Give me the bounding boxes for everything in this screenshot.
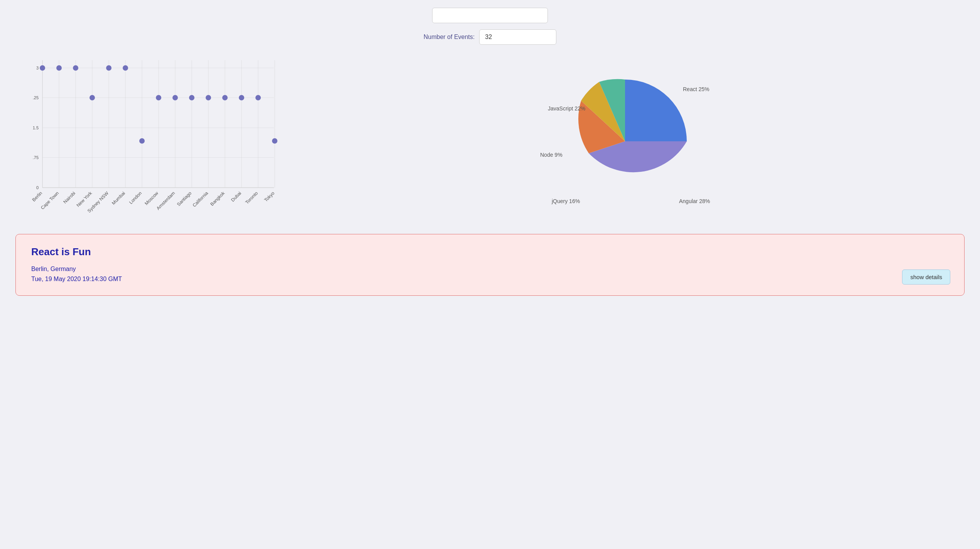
events-row: Number of Events: bbox=[424, 29, 557, 45]
scatter-point bbox=[40, 65, 45, 71]
scatter-point bbox=[90, 95, 95, 100]
svg-text:Moscow: Moscow bbox=[144, 190, 159, 206]
scatter-point bbox=[206, 95, 211, 100]
scatter-point bbox=[239, 95, 244, 100]
svg-text:London: London bbox=[128, 190, 143, 205]
svg-text:Santiago: Santiago bbox=[176, 190, 193, 207]
scatter-point bbox=[189, 95, 194, 100]
svg-text:Berlin: Berlin bbox=[31, 190, 44, 203]
event-title: React is Fun bbox=[31, 246, 949, 258]
scatter-svg: 3 .25 1.5 .75 0 Berlin Cape Town Nairobi… bbox=[15, 53, 278, 219]
svg-text:Mumbai: Mumbai bbox=[111, 190, 126, 206]
pie-svg: React 25% Angular 28% jQuery 16% Node 9%… bbox=[529, 60, 721, 222]
events-label: Number of Events: bbox=[424, 34, 475, 41]
svg-text:0: 0 bbox=[36, 185, 39, 190]
svg-text:Bangkok: Bangkok bbox=[209, 190, 226, 207]
svg-text:.75: .75 bbox=[33, 155, 39, 160]
event-location: Berlin, Germany bbox=[31, 266, 949, 273]
top-controls: See all cities Number of Events: bbox=[0, 0, 980, 49]
pie-label-javascript: JavaScript 22% bbox=[548, 105, 585, 112]
events-number-input[interactable] bbox=[479, 29, 556, 45]
event-card: React is Fun Berlin, Germany Tue, 19 May… bbox=[15, 234, 965, 296]
svg-text:.25: .25 bbox=[33, 95, 39, 100]
pie-label-react: React 25% bbox=[683, 86, 709, 92]
scatter-point bbox=[106, 65, 112, 71]
scatter-point bbox=[172, 95, 178, 100]
svg-text:1.5: 1.5 bbox=[33, 125, 39, 130]
scatter-point bbox=[156, 95, 161, 100]
pie-label-angular: Angular 28% bbox=[679, 198, 710, 204]
show-details-button[interactable]: show details bbox=[902, 269, 950, 285]
charts-section: 3 .25 1.5 .75 0 Berlin Cape Town Nairobi… bbox=[0, 49, 980, 230]
city-search-input[interactable]: See all cities bbox=[432, 8, 548, 23]
pie-label-jquery: jQuery 16% bbox=[551, 198, 580, 204]
scatter-point bbox=[255, 95, 261, 100]
event-date: Tue, 19 May 2020 19:14:30 GMT bbox=[31, 276, 949, 283]
pie-slice-react bbox=[625, 80, 687, 141]
svg-text:Dubai: Dubai bbox=[230, 190, 242, 203]
svg-text:Toronto: Toronto bbox=[244, 190, 259, 205]
svg-text:Nairobi: Nairobi bbox=[62, 190, 76, 205]
svg-text:Cape Town: Cape Town bbox=[40, 190, 60, 210]
scatter-point bbox=[123, 65, 128, 71]
scatter-chart: 3 .25 1.5 .75 0 Berlin Cape Town Nairobi… bbox=[15, 53, 278, 220]
svg-text:3: 3 bbox=[36, 66, 39, 70]
scatter-point bbox=[56, 65, 62, 71]
svg-text:California: California bbox=[191, 190, 209, 208]
scatter-point bbox=[73, 65, 78, 71]
svg-text:Tokyo: Tokyo bbox=[263, 190, 275, 203]
scatter-point bbox=[272, 138, 277, 144]
pie-chart: React 25% Angular 28% jQuery 16% Node 9%… bbox=[286, 60, 965, 222]
pie-label-node: Node 9% bbox=[540, 152, 563, 158]
scatter-point bbox=[139, 138, 145, 144]
scatter-point bbox=[222, 95, 228, 100]
